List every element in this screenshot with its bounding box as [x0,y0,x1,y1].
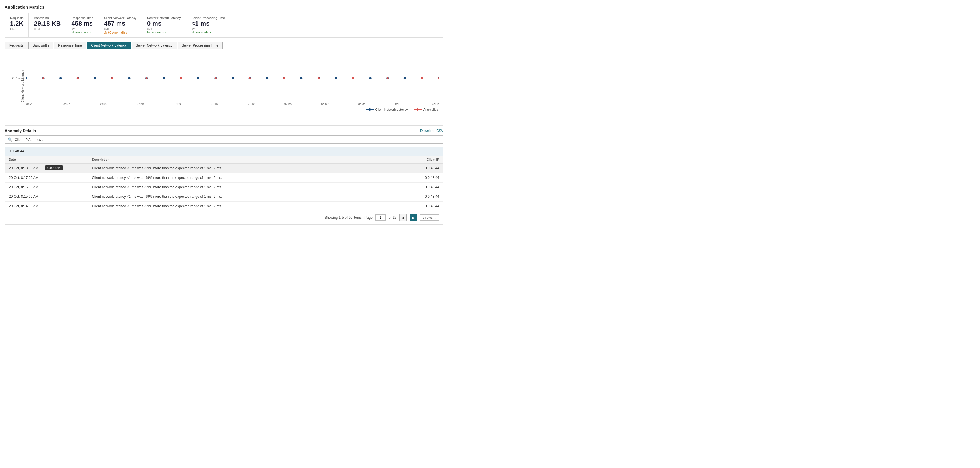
anomaly-table: Date Description Client IP 20 Oct, 8:18:… [5,156,443,211]
metrics-row: Requests 1.2K total Bandwidth 29.18 KB t… [5,13,444,38]
cell-ip: 0.0.48.44 [393,192,443,201]
search-input[interactable] [15,138,440,142]
chart-legend: Client Network Latency Anomalies [9,108,439,111]
svg-point-13 [369,77,372,79]
svg-point-10 [266,77,268,79]
ip-filter-value: 0.0.48.44 [9,149,24,153]
metric-server-network-latency: Server Network Latency 0 ms avg No anoma… [142,13,186,37]
cell-description: Client network latency <1 ms was -99% mo… [88,201,393,211]
svg-point-5 [94,77,96,79]
svg-point-14 [404,77,406,79]
metric-response-time: Response Time 458 ms avg No anomalies [66,13,99,37]
filter-icon[interactable]: ⋮ [436,137,440,142]
chart-x-label: 07:50 [248,102,255,105]
cell-ip: 0.0.48.44 [393,182,443,192]
chart-area: 457 ms [26,55,439,101]
rows-per-page-select[interactable]: 5 rows ⌄ [420,214,439,221]
svg-point-11 [300,77,302,79]
search-icon: 🔍 [8,137,12,142]
chart-x-label: 08:15 [432,102,439,105]
col-header-description: Description [88,156,393,164]
anomaly-table-container: Date Description Client IP 20 Oct, 8:18:… [5,155,444,225]
svg-point-32 [180,77,182,79]
svg-point-29 [77,77,79,79]
table-row: 20 Oct, 8:16:00 AM Client network latenc… [5,182,443,192]
chart-container: Client Network Latency 457 ms [5,52,444,120]
tab-requests[interactable]: Requests [5,42,28,49]
svg-point-7 [163,77,165,79]
cell-date: 20 Oct, 8:16:00 AM [5,182,88,192]
cell-description: Client network latency <1 ms was -99% mo… [88,164,393,173]
rows-per-page-value: 5 rows [423,216,433,220]
metric-anomaly-server-processing-time: No anomalies [191,30,225,34]
page-label: Page [364,216,372,220]
metric-value-server-network-latency: 0 ms [147,20,181,27]
cell-date: 20 Oct, 8:15:00 AM [5,192,88,201]
svg-point-28 [42,77,44,79]
table-row: 20 Oct, 8:17:00 AM Client network latenc… [5,173,443,182]
legend-label-client: Client Network Latency [375,108,408,111]
chart-x-label: 08:05 [358,102,365,105]
metric-sub-requests: total [10,27,23,30]
cell-ip: 0.0.48.44 [393,201,443,211]
metric-bandwidth: Bandwidth 29.18 KB total [29,13,66,37]
table-row: 20 Oct, 8:18:00 AM 0.0.48.44 Client netw… [5,164,443,173]
legend-anomalies: Anomalies [414,108,438,111]
next-page-button[interactable]: ▶ [410,214,417,221]
metric-label-requests: Requests [10,16,23,19]
legend-label-anomalies: Anomalies [423,108,438,111]
legend-client-network-latency: Client Network Latency [366,108,408,111]
svg-point-3 [26,77,27,79]
svg-point-33 [215,77,216,79]
tab-bandwidth[interactable]: Bandwidth [29,42,53,49]
metric-sub-client-network-latency: avg [104,27,137,30]
svg-point-38 [387,77,388,79]
svg-point-9 [232,77,234,79]
chart-x-label: 07:30 [100,102,107,105]
metric-anomaly-server-network-latency: No anomalies [147,30,181,34]
metric-sub-server-processing-time: avg [191,27,225,30]
svg-point-30 [111,77,113,79]
metric-value-client-network-latency: 457 ms [104,20,137,27]
ip-filter-row: 0.0.48.44 [5,147,444,155]
svg-point-4 [59,77,62,79]
chart-x-label: 08:10 [395,102,402,105]
tab-client-network-latency[interactable]: Client Network Latency [87,42,131,49]
metric-value-requests: 1.2K [10,20,23,27]
metric-anomaly-response-time: No anomalies [71,30,93,34]
section-title: Anomaly Details [5,128,36,133]
download-csv-link[interactable]: Download CSV [420,129,444,133]
chevron-down-icon: ⌄ [434,216,437,220]
metric-value-bandwidth: 29.18 KB [34,20,60,27]
table-row: 20 Oct, 8:15:00 AM Client network latenc… [5,192,443,201]
showing-count: Showing 1-5 of 60 items [325,216,362,220]
cell-description: Client network latency <1 ms was -99% mo… [88,192,393,201]
pagination-bar: Showing 1-5 of 60 items Page of 12 ◀ ▶ 5… [5,211,443,224]
svg-point-34 [249,77,251,79]
metric-server-processing-time: Server Processing Time <1 ms avg No anom… [186,13,230,37]
chart-x-label: 07:35 [137,102,144,105]
chart-x-label: 07:40 [174,102,181,105]
metric-label-bandwidth: Bandwidth [34,16,60,19]
metric-value-response-time: 458 ms [71,20,93,27]
prev-page-button[interactable]: ◀ [399,214,407,221]
metric-label-response-time: Response Time [71,16,93,19]
cell-ip: 0.0.48.44 [393,173,443,182]
page-input[interactable] [375,214,386,221]
chart-x-label: 07:25 [63,102,70,105]
tab-response-time[interactable]: Response Time [54,42,86,49]
metric-label-server-processing-time: Server Processing Time [191,16,225,19]
metric-sub-bandwidth: total [34,27,60,30]
tab-server-processing-time[interactable]: Server Processing Time [178,42,223,49]
chart-x-label: 07:45 [210,102,218,105]
chart-x-label: 08:00 [321,102,329,105]
chart-x-label: 07:55 [284,102,291,105]
chart-x-label: 07:20 [26,102,33,105]
tab-server-network-latency[interactable]: Server Network Latency [132,42,177,49]
metric-value-server-processing-time: <1 ms [191,20,225,27]
metric-label-client-network-latency: Client Network Latency [104,16,137,19]
metric-requests: Requests 1.2K total [5,13,29,37]
search-bar: 🔍 ⋮ [5,136,444,144]
metric-sub-response-time: avg [71,27,93,30]
svg-point-35 [283,77,285,79]
